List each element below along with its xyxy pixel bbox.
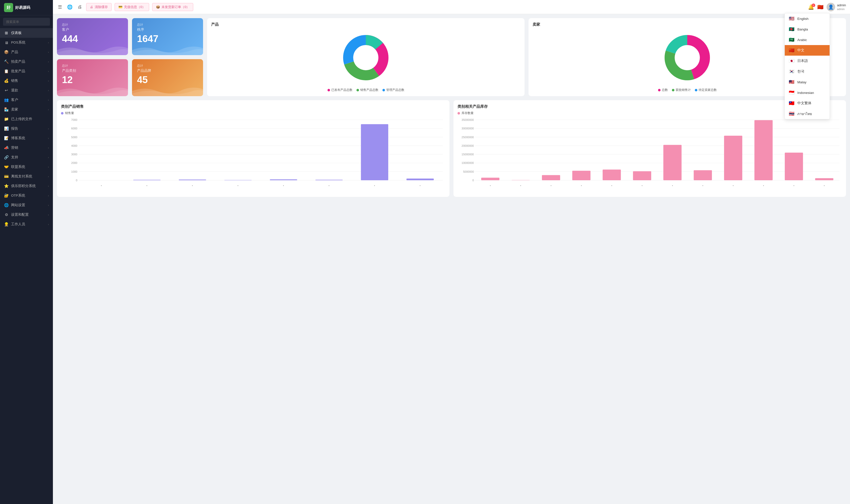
sidebar-item-offline[interactable]: 💳 离线支付系统 › <box>0 172 53 181</box>
svg-text:•: • <box>238 184 239 187</box>
header-right: 🔔 1 🇨🇳 👤 admin admin <box>808 3 846 11</box>
lang-item-traditional[interactable]: 🇹🇼 中文繁体 <box>785 98 830 108</box>
svg-rect-73 <box>724 136 742 180</box>
sidebar-item-refund[interactable]: ↩ 退款 › <box>0 86 53 95</box>
chevron-icon-support: › <box>48 156 49 159</box>
sidebar-item-affiliate[interactable]: 🤝 联盟系统 › <box>0 162 53 172</box>
sidebar-item-support[interactable]: 🔗 支持 › <box>0 152 53 162</box>
svg-text:•: • <box>283 184 284 187</box>
sidebar-icon-customer: 👥 <box>4 98 8 102</box>
legend-item-published: 已发布产品总数 <box>328 88 352 92</box>
sidebar-icon-club: ⭐ <box>4 184 8 188</box>
language-dropdown: 🇺🇸 English 🇧🇩 Bangla 🇸🇦 Arabic 🇨🇳 中文 🇯🇵 … <box>784 13 830 119</box>
user-area[interactable]: 👤 admin admin <box>827 3 846 11</box>
sidebar-item-left-website: 🌐 网站设置 <box>4 203 25 208</box>
svg-rect-63 <box>572 171 591 180</box>
clear-cache-icon: 🖨 <box>90 5 93 9</box>
sidebar-item-left-support: 🔗 支持 <box>4 155 18 160</box>
lang-item-thai[interactable]: 🇹🇭 ภาษาไทย <box>785 108 830 119</box>
sidebar-item-left-pos: 🖥 POS系统 <box>4 40 25 45</box>
orders-icon: 📦 <box>156 5 160 9</box>
sidebar-item-wholesale[interactable]: 📋 批发产品 › <box>0 67 53 76</box>
svg-rect-67 <box>633 171 651 180</box>
notification-button[interactable]: 🔔 1 <box>808 4 814 10</box>
sidebar-search-input[interactable] <box>3 18 50 26</box>
sidebar-item-settings[interactable]: ⚙ 设置和配置 › <box>0 210 53 219</box>
language-flag-button[interactable]: 🇨🇳 <box>817 4 823 10</box>
sidebar-item-otp[interactable]: 🔐 OTP系统 › <box>0 191 53 200</box>
sidebar-item-left-staff: 👷 工作人员 <box>4 222 25 227</box>
menu-toggle-button[interactable]: ☰ <box>57 3 63 11</box>
svg-text:15000000: 15000000 <box>462 153 474 156</box>
content: 总计 客户 444 总计 秩序 1647 总计 产品类别 12 总计 产品品牌 … <box>53 14 850 504</box>
sidebar-item-left-settings: ⚙ 设置和配置 <box>4 213 29 217</box>
category-sales-svg: 70006000500040003000200010000•••••••• <box>61 117 446 188</box>
sidebar-icon-dashboard: ⊞ <box>4 31 8 35</box>
sidebar-item-sales[interactable]: 💰 销售 › <box>0 76 53 86</box>
sidebar: 好 好易源码 ⊞ 仪表板 🖥 POS系统 › 📦 产品 › 🔨 拍卖产品 › 📋… <box>0 0 53 504</box>
svg-text:25000000: 25000000 <box>462 136 474 139</box>
svg-rect-33 <box>270 180 297 180</box>
svg-rect-75 <box>754 120 773 180</box>
sidebar-icon-staff: 👷 <box>4 222 8 227</box>
svg-rect-35 <box>315 180 343 180</box>
chevron-icon-products: › <box>48 51 49 54</box>
sidebar-item-left-affiliate: 🤝 联盟系统 <box>4 165 25 169</box>
sidebar-item-staff[interactable]: 👷 工作人员 › <box>0 219 53 229</box>
sidebar-item-auction[interactable]: 🔨 拍卖产品 › <box>0 57 53 67</box>
sidebar-item-report[interactable]: 📊 报告 › <box>0 124 53 133</box>
seller-dot-total <box>658 89 661 91</box>
lang-item-english[interactable]: 🇺🇸 English <box>785 13 830 24</box>
svg-text:•: • <box>672 184 673 187</box>
svg-text:•: • <box>642 184 643 187</box>
sidebar-item-dashboard[interactable]: ⊞ 仪表板 <box>0 28 53 38</box>
stat-wave-orders <box>132 42 203 55</box>
sidebar-item-left-refund: ↩ 退款 <box>4 88 18 93</box>
globe-button[interactable]: 🌐 <box>66 3 73 11</box>
svg-text:•: • <box>192 184 193 187</box>
sidebar-label-affiliate: 联盟系统 <box>11 165 25 169</box>
stat-wave-customers <box>57 42 128 55</box>
svg-text:35000000: 35000000 <box>462 118 474 121</box>
svg-text:0: 0 <box>472 179 474 182</box>
sidebar-label-refund: 退款 <box>11 88 18 93</box>
sidebar-icon-support: 🔗 <box>4 155 8 160</box>
sidebar-item-pos[interactable]: 🖥 POS系统 › <box>0 38 53 47</box>
sidebar-item-seller[interactable]: 🏪 卖家 › <box>0 105 53 114</box>
svg-text:4000: 4000 <box>71 144 77 147</box>
sidebar-item-website[interactable]: 🌐 网站设置 › <box>0 200 53 210</box>
sidebar-item-customer[interactable]: 👥 客户 › <box>0 95 53 105</box>
svg-text:1000: 1000 <box>71 170 77 173</box>
lang-item-malay[interactable]: 🇲🇾 Malay <box>785 77 830 87</box>
lang-label-bangla: Bangla <box>797 28 808 31</box>
sidebar-logo: 好 好易源码 <box>0 0 53 15</box>
print-button[interactable]: 🖨 <box>76 3 83 11</box>
lang-item-indonesian[interactable]: 🇮🇩 Indonesian <box>785 87 830 98</box>
sidebar-item-files[interactable]: 📁 已上传的文件 <box>0 114 53 124</box>
lang-label-japanese: 日本語 <box>797 59 808 63</box>
lang-label-chinese: 中文 <box>797 48 804 53</box>
lang-item-arabic[interactable]: 🇸🇦 Arabic <box>785 35 830 45</box>
clear-cache-button[interactable]: 🖨 清除缓存 <box>86 3 111 11</box>
stat-top-label-categories: 总计 <box>62 64 123 68</box>
pending-orders-button[interactable]: 📦 未发货新订单（0） <box>152 3 193 11</box>
lang-item-japanese[interactable]: 🇯🇵 日本語 <box>785 56 830 66</box>
lang-item-korean[interactable]: 🇰🇷 한국 <box>785 66 830 77</box>
sidebar-label-website: 网站设置 <box>11 203 25 208</box>
svg-rect-79 <box>815 178 833 180</box>
svg-text:•: • <box>733 184 734 187</box>
svg-text:•: • <box>824 184 825 187</box>
lang-item-chinese[interactable]: 🇨🇳 中文 <box>785 45 830 56</box>
recharge-info-button[interactable]: 💳 充值信息（0） <box>115 3 149 11</box>
sidebar-item-products[interactable]: 📦 产品 › <box>0 47 53 57</box>
sidebar-icon-wholesale: 📋 <box>4 69 8 73</box>
sidebar-item-club[interactable]: ⭐ 俱乐部积分系统 › <box>0 181 53 191</box>
lang-item-bangla[interactable]: 🇧🇩 Bangla <box>785 24 830 35</box>
legend-label-managed: 管理产品总数 <box>386 88 404 92</box>
sidebar-item-marketing[interactable]: 📣 营销 › <box>0 143 53 152</box>
sidebar-label-pos: POS系统 <box>11 40 25 45</box>
svg-text:•: • <box>763 184 764 187</box>
sidebar-item-left-auction: 🔨 拍卖产品 <box>4 59 25 64</box>
lang-label-arabic: Arabic <box>797 38 807 42</box>
sidebar-item-blog[interactable]: 📝 博客系统 › <box>0 133 53 143</box>
